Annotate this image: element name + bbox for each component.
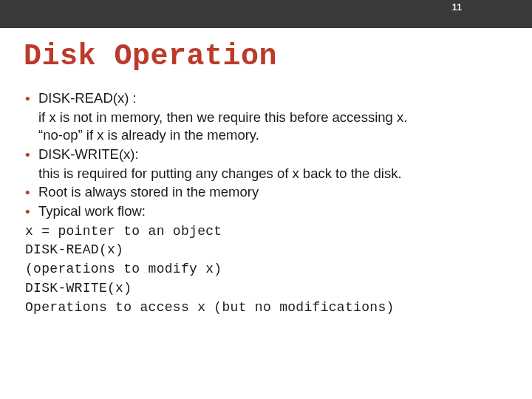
- bullet-dot-icon: •: [25, 202, 38, 221]
- bullet-text: Typical work flow:: [38, 202, 507, 220]
- code-line: Operations to access x (but no modificat…: [25, 299, 507, 317]
- code-line: DISK-WRITE(x): [25, 280, 507, 298]
- code-line: (operations to modify x): [25, 261, 507, 279]
- bullet-continuation: “no-op” if x is already in the memory.: [38, 126, 507, 144]
- bullet-item: • DISK-WRITE(x):: [25, 146, 507, 164]
- bullet-text: Root is always stored in the memory: [38, 183, 507, 201]
- slide-title: Disk Operation: [24, 40, 532, 73]
- code-line: DISK-READ(x): [25, 242, 507, 259]
- bullet-item: • Root is always stored in the memory: [25, 183, 507, 202]
- bullet-text: DISK-READ(x) :: [38, 89, 507, 107]
- page-number: 11: [452, 2, 462, 13]
- bullet-dot-icon: •: [25, 89, 38, 108]
- bullet-item: • DISK-READ(x) :: [25, 89, 507, 108]
- bullet-dot-icon: •: [25, 146, 38, 164]
- bullet-dot-icon: •: [25, 183, 38, 202]
- bullet-text: DISK-WRITE(x):: [38, 146, 507, 163]
- slide-top-bar: 11: [0, 0, 532, 28]
- bullet-continuation: if x is not in memory, then we require t…: [38, 109, 507, 126]
- code-line: x = pointer to an object: [25, 223, 507, 241]
- bullet-item: • Typical work flow:: [25, 202, 507, 221]
- slide-content: • DISK-READ(x) : if x is not in memory, …: [25, 89, 507, 316]
- bullet-continuation: this is required for putting any changes…: [38, 165, 507, 183]
